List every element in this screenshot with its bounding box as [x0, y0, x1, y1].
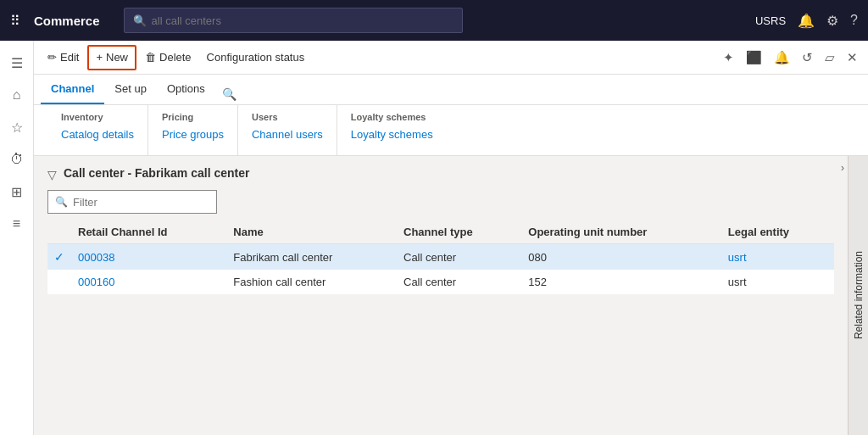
toolbar-refresh-icon[interactable]: ↺ — [798, 47, 816, 69]
filter-input-wrap: 🔍 — [47, 190, 217, 214]
collapse-button[interactable]: › — [834, 159, 851, 176]
row-type-1: Call center — [397, 244, 521, 270]
top-nav: ⠿ Commerce 🔍 USRS 🔔 ⚙ ? — [0, 0, 868, 41]
row-id-link-1[interactable]: 000038 — [78, 251, 114, 264]
sidebar-menu-icon[interactable]: ☰ — [2, 47, 32, 78]
edit-icon: ✏ — [47, 51, 57, 64]
tab-channel[interactable]: Channel — [41, 74, 104, 104]
submenu-group-inventory: Inventory Catalog details — [47, 105, 148, 155]
col-check — [47, 220, 71, 244]
main-layout: ☰ ⌂ ☆ ⏱ ⊞ ≡ ✏ Edit + New 🗑 Delete Config… — [0, 41, 868, 435]
toolbar-minimize-icon[interactable]: ▱ — [821, 47, 838, 69]
table-row[interactable]: ✓ 000038 Fabrikam call center Call cente… — [47, 244, 834, 270]
row-entity-1[interactable]: usrt — [721, 244, 834, 270]
toolbar-right: ✦ ⬛ 🔔 ↺ ▱ ✕ — [720, 47, 861, 69]
submenu-item-catalog[interactable]: Catalog details — [61, 127, 134, 142]
delete-button[interactable]: 🗑 Delete — [138, 45, 198, 70]
config-status-button[interactable]: Configuration status — [200, 45, 312, 70]
app-title: Commerce — [34, 14, 100, 28]
row-entity-link-1[interactable]: usrt — [728, 251, 747, 264]
row-entity-2: usrt — [721, 270, 834, 294]
filter-search-icon: 🔍 — [55, 196, 68, 208]
row-opunit-2: 152 — [521, 270, 721, 294]
row-name-2: Fashion call center — [226, 270, 397, 294]
filter-icon[interactable]: ▽ — [47, 168, 57, 181]
sidebar-star-icon[interactable]: ☆ — [2, 112, 32, 142]
row-check-1: ✓ — [47, 244, 71, 270]
submenu-group-loyalty: Loyalty schemes Loyalty schemes — [337, 105, 447, 155]
col-header-type: Channel type — [397, 220, 521, 244]
search-icon: 🔍 — [133, 14, 147, 27]
sidebar-clock-icon[interactable]: ⏱ — [2, 144, 32, 175]
sidebar: ☰ ⌂ ☆ ⏱ ⊞ ≡ — [0, 41, 34, 435]
submenu-item-pricegroups[interactable]: Price groups — [162, 127, 224, 142]
search-input[interactable] — [152, 14, 453, 27]
submenu-item-loyalty[interactable]: Loyalty schemes — [351, 127, 433, 142]
tab-options[interactable]: Options — [157, 74, 215, 104]
row-id-1[interactable]: 000038 — [71, 244, 226, 270]
tab-setup[interactable]: Set up — [104, 74, 157, 104]
col-header-opunit: Operating unit number — [521, 220, 721, 244]
filter-input[interactable] — [73, 196, 209, 209]
new-label: New — [106, 51, 128, 64]
col-header-entity: Legal entity — [721, 220, 834, 244]
data-table: Retail Channel Id Name Channel type Oper… — [47, 220, 834, 294]
toolbar-icon-2[interactable]: ⬛ — [743, 47, 765, 69]
col-header-id: Retail Channel Id — [71, 220, 226, 244]
delete-icon: 🗑 — [145, 51, 156, 64]
toolbar-icon-3[interactable]: 🔔 — [771, 47, 793, 69]
page-body: › ▽ Call center - Fabrikam call center 🔍… — [34, 156, 868, 435]
edit-label: Edit — [60, 51, 79, 64]
filter-bar: ▽ Call center - Fabrikam call center — [47, 166, 834, 183]
tab-row: Channel Set up Options 🔍 — [34, 75, 868, 105]
config-status-label: Configuration status — [207, 51, 305, 64]
submenu-item-channelusers[interactable]: Channel users — [252, 127, 323, 142]
group-title-inventory: Inventory — [61, 112, 134, 122]
delete-label: Delete — [159, 51, 192, 64]
search-bar: 🔍 — [124, 8, 463, 33]
submenu-row: Inventory Catalog details Pricing Price … — [34, 105, 868, 156]
edit-button[interactable]: ✏ Edit — [41, 45, 86, 70]
settings-icon[interactable]: ⚙ — [826, 13, 838, 29]
user-label: USRS — [755, 14, 786, 27]
app-grid-icon[interactable]: ⠿ — [10, 13, 20, 29]
help-icon[interactable]: ? — [850, 13, 858, 28]
list-panel: ▽ Call center - Fabrikam call center 🔍 R… — [34, 156, 848, 435]
group-title-users: Users — [252, 112, 323, 122]
group-title-pricing: Pricing — [162, 112, 224, 122]
table-head: Retail Channel Id Name Channel type Oper… — [47, 220, 834, 244]
notification-icon[interactable]: 🔔 — [798, 13, 815, 29]
related-info-label: Related information — [853, 251, 865, 339]
group-title-loyalty: Loyalty schemes — [351, 112, 433, 122]
new-button[interactable]: + New — [87, 45, 136, 70]
nav-right: USRS 🔔 ⚙ ? — [755, 13, 858, 29]
row-id-link-2[interactable]: 000160 — [78, 276, 114, 288]
chevron-up-icon: › — [841, 162, 844, 174]
panel-title: Call center - Fabrikam call center — [64, 166, 249, 180]
table-body: ✓ 000038 Fabrikam call center Call cente… — [47, 244, 834, 295]
row-opunit-1: 080 — [521, 244, 721, 270]
sidebar-grid-icon[interactable]: ⊞ — [2, 176, 32, 207]
tab-search-icon[interactable]: 🔍 — [219, 84, 240, 104]
sidebar-list-icon[interactable]: ≡ — [2, 209, 32, 239]
right-panel[interactable]: Related information — [848, 156, 868, 435]
toolbar-icon-1[interactable]: ✦ — [720, 47, 737, 69]
table-row[interactable]: 000160 Fashion call center Call center 1… — [47, 270, 834, 294]
submenu-group-pricing: Pricing Price groups — [148, 105, 238, 155]
row-type-2: Call center — [397, 270, 521, 294]
toolbar: ✏ Edit + New 🗑 Delete Configuration stat… — [34, 41, 868, 75]
row-name-1: Fabrikam call center — [226, 244, 397, 270]
content-area: ✏ Edit + New 🗑 Delete Configuration stat… — [34, 41, 868, 435]
submenu-group-users: Users Channel users — [238, 105, 337, 155]
row-id-2[interactable]: 000160 — [71, 270, 226, 294]
sidebar-home-icon[interactable]: ⌂ — [2, 80, 32, 110]
checkmark-icon: ✓ — [54, 250, 64, 264]
toolbar-close-icon[interactable]: ✕ — [843, 47, 861, 69]
new-plus-icon: + — [96, 51, 103, 64]
col-header-name: Name — [226, 220, 397, 244]
row-check-2 — [47, 270, 71, 294]
